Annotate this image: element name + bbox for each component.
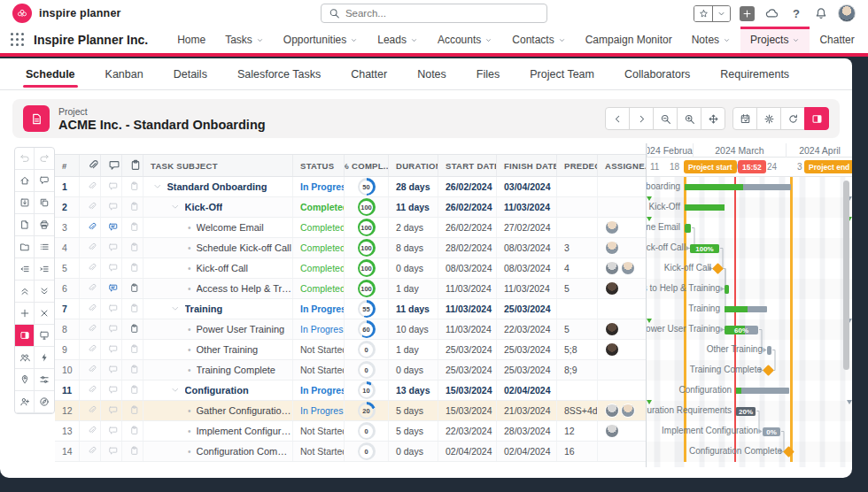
remove-task-button[interactable]	[35, 303, 54, 325]
copy-button[interactable]	[35, 192, 54, 214]
salesforce-task-cell[interactable]	[122, 381, 143, 400]
nav-tab-campaign-monitor[interactable]: Campaign Monitor	[576, 27, 682, 53]
assign-user-button[interactable]	[15, 391, 35, 413]
document-button[interactable]	[15, 214, 35, 236]
assignee-avatar[interactable]	[605, 342, 619, 357]
column-header-start-date[interactable]: START DATE	[438, 155, 497, 176]
chatter-cell[interactable]	[101, 177, 122, 196]
column-header-paperclip[interactable]	[80, 155, 101, 176]
task-row-3[interactable]: 3•Welcome EmailCompleted1002 days26/02/2…	[55, 218, 646, 238]
start-date-cell[interactable]: 26/02/2024	[438, 197, 497, 217]
status-cell[interactable]: Completed	[293, 258, 345, 278]
attachment-cell[interactable]	[80, 360, 101, 380]
attachment-cell[interactable]	[80, 197, 101, 217]
task-bar[interactable]	[736, 388, 789, 394]
attachment-cell[interactable]	[80, 279, 101, 298]
setup-button[interactable]	[763, 5, 779, 21]
quick-add-button[interactable]	[35, 347, 54, 369]
subject-cell[interactable]: •Training Complete	[143, 360, 293, 380]
chevron-down-icon[interactable]	[170, 202, 181, 212]
attachment-cell[interactable]	[80, 177, 101, 196]
subject-cell[interactable]: •Power User Training	[143, 319, 293, 339]
duration-cell[interactable]: 5 days	[389, 401, 438, 420]
start-date-cell[interactable]: 15/03/2024	[438, 381, 497, 400]
finish-date-cell[interactable]: 25/03/2024	[497, 340, 557, 359]
app-launcher-icon[interactable]	[11, 33, 25, 47]
predecessor-cell[interactable]	[557, 218, 598, 237]
task-bar[interactable]	[685, 224, 691, 233]
status-cell[interactable]: In Progress	[293, 299, 345, 319]
attachment-cell[interactable]	[80, 421, 101, 441]
finish-date-cell[interactable]: 27/02/2024	[497, 218, 557, 237]
assignee-cell[interactable]	[598, 360, 646, 380]
subject-cell[interactable]: Standard Onboarding	[143, 177, 293, 196]
status-cell[interactable]: Completed	[293, 218, 345, 237]
duration-cell[interactable]: 0 days	[389, 360, 438, 380]
assignee-cell[interactable]	[598, 197, 646, 217]
assignee-cell[interactable]	[598, 299, 646, 319]
salesforce-task-cell[interactable]	[122, 319, 143, 339]
task-bar[interactable]: 60%	[725, 326, 758, 334]
assignee-cell[interactable]	[598, 401, 646, 420]
salesforce-task-cell[interactable]	[122, 218, 143, 237]
start-date-cell[interactable]: 11/03/2024	[438, 299, 497, 319]
salesforce-task-cell[interactable]	[122, 279, 143, 298]
predecessor-cell[interactable]: 3	[557, 238, 598, 258]
chatter-cell[interactable]	[101, 279, 122, 298]
attachment-cell[interactable]	[80, 401, 101, 420]
assignee-cell[interactable]	[598, 442, 646, 461]
tab-requirements[interactable]: Requirements	[705, 58, 804, 90]
chatter-cell[interactable]	[101, 238, 122, 258]
chatter-cell[interactable]	[101, 442, 122, 461]
finish-date-cell[interactable]: 11/03/2024	[497, 197, 557, 217]
status-cell[interactable]: Completed	[293, 279, 345, 298]
predecessor-cell[interactable]: 12	[557, 421, 598, 441]
task-bar[interactable]	[685, 184, 791, 190]
global-add-button[interactable]	[740, 6, 755, 21]
start-date-cell[interactable]: 11/03/2024	[438, 319, 497, 339]
finish-date-cell[interactable]: 03/04/2024	[497, 177, 557, 196]
predecessor-cell[interactable]: 8;9	[557, 360, 598, 380]
duration-cell[interactable]: 1 day	[389, 279, 438, 298]
task-bar[interactable]	[685, 204, 725, 211]
attachment-cell[interactable]	[80, 218, 101, 237]
percent-cell[interactable]: 0	[345, 360, 389, 380]
task-bar[interactable]	[767, 346, 771, 355]
assignee-cell[interactable]	[598, 177, 646, 196]
column-header-duration[interactable]: DURATION	[389, 155, 438, 176]
start-date-cell[interactable]: 25/03/2024	[438, 340, 497, 359]
percent-cell[interactable]: 100	[345, 258, 389, 278]
chatter-cell[interactable]	[101, 258, 122, 278]
chatter-cell[interactable]	[101, 401, 122, 420]
salesforce-task-cell[interactable]	[122, 421, 143, 441]
subject-cell[interactable]: •Other Training	[143, 340, 293, 359]
chevron-down-icon[interactable]	[170, 385, 181, 396]
predecessor-cell[interactable]	[557, 299, 598, 319]
attachment-cell[interactable]	[80, 238, 101, 258]
task-bar[interactable]: 0%	[763, 427, 780, 436]
fit-button[interactable]	[701, 107, 725, 130]
duration-cell[interactable]: 11 days	[389, 197, 438, 217]
status-cell[interactable]: Not Started	[293, 421, 345, 441]
column-header-bubble[interactable]	[101, 155, 122, 176]
status-cell[interactable]: In Progress	[293, 319, 345, 339]
finish-date-cell[interactable]: 21/03/2024	[497, 401, 557, 420]
favorites-star-button[interactable]	[694, 6, 712, 21]
search-input[interactable]	[345, 8, 539, 19]
chatter-cell[interactable]	[101, 319, 122, 339]
subject-cell[interactable]: •Configuration Complete	[143, 442, 293, 461]
start-date-cell[interactable]: 26/02/2024	[438, 177, 497, 196]
favorites-caret-button[interactable]	[712, 6, 730, 21]
assignee-avatar[interactable]	[621, 404, 635, 418]
finish-date-cell[interactable]: 25/03/2024	[497, 360, 557, 380]
task-bar[interactable]: 100%	[690, 244, 719, 253]
chatter-cell[interactable]	[101, 360, 122, 380]
assignee-cell[interactable]	[598, 279, 646, 298]
attachment-cell[interactable]	[80, 340, 101, 359]
tab-files[interactable]: Files	[461, 58, 515, 90]
task-row-5[interactable]: 5•Kick-off CallCompleted1000 days08/03/2…	[55, 258, 646, 279]
subject-cell[interactable]: Kick-Off	[143, 197, 293, 217]
salesforce-task-cell[interactable]	[122, 401, 143, 420]
status-cell[interactable]: In Progress	[293, 381, 345, 400]
start-date-cell[interactable]: 11/03/2024	[438, 279, 497, 298]
